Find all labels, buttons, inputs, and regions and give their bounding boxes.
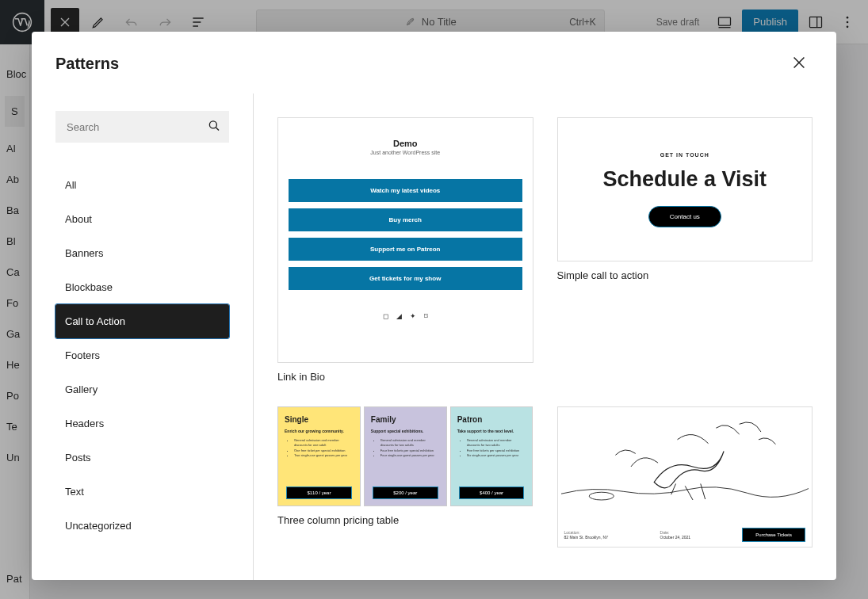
category-gallery[interactable]: Gallery (55, 372, 229, 406)
preview-social-icons: ◻ ◢ ✦ ⌑ (383, 312, 428, 320)
modal-close-button[interactable] (786, 49, 813, 78)
preview-site-title: Demo (393, 139, 418, 148)
preview-button: Buy merch (289, 208, 522, 231)
svg-point-7 (589, 492, 614, 500)
category-uncategorized[interactable]: Uncategorized (55, 509, 229, 543)
preview-eyebrow: GET IN TOUCH (660, 152, 709, 158)
category-list: All About Banners Blockbase Call to Acti… (55, 168, 229, 543)
modal-title: Patterns (55, 55, 119, 73)
pattern-label: Simple call to action (557, 269, 813, 281)
pattern-preview: Demo Just another WordPress site Watch m… (277, 117, 533, 363)
category-text[interactable]: Text (55, 475, 229, 509)
category-posts[interactable]: Posts (55, 441, 229, 475)
pricing-col-family: Family Support special exhibitions. Gene… (364, 406, 447, 506)
preview-button: Support me on Patreon (289, 238, 522, 261)
preview-sketch-image (561, 410, 809, 523)
preview-button: Watch my latest videos (289, 179, 522, 202)
pattern-label: Link in Bio (277, 371, 533, 383)
close-icon (790, 54, 808, 71)
category-banners[interactable]: Banners (55, 236, 229, 270)
category-about[interactable]: About (55, 202, 229, 236)
pattern-card-event[interactable]: Location: 82 Main St. Brooklyn, NY Date:… (557, 406, 813, 547)
modal-header: Patterns (32, 32, 836, 93)
preview-button: Contact us (648, 206, 721, 227)
bandcamp-icon: ◢ (396, 312, 402, 320)
twitter-icon: ✦ (410, 312, 416, 320)
category-footers[interactable]: Footers (55, 338, 229, 372)
pattern-label: Three column pricing table (277, 514, 533, 526)
preview-headline: Schedule a Visit (602, 167, 767, 192)
pattern-preview: GET IN TOUCH Schedule a Visit Contact us (557, 117, 813, 261)
preview-button: Get tickets for my show (289, 267, 522, 290)
pattern-card-simple-cta[interactable]: GET IN TOUCH Schedule a Visit Contact us… (557, 117, 813, 281)
patterns-modal: Patterns All About Banners Blockbase Cal… (32, 32, 836, 580)
preview-info-row: Location: 82 Main St. Brooklyn, NY Date:… (561, 523, 809, 544)
category-call-to-action[interactable]: Call to Action (55, 304, 229, 338)
modal-sidebar: All About Banners Blockbase Call to Acti… (32, 93, 254, 580)
modal-body: All About Banners Blockbase Call to Acti… (32, 93, 836, 580)
pricing-col-single: Single Enrich our growing community. Gen… (277, 406, 361, 506)
pattern-card-link-in-bio[interactable]: Demo Just another WordPress site Watch m… (277, 117, 533, 383)
instagram-icon: ◻ (383, 312, 388, 320)
category-headers[interactable]: Headers (55, 406, 229, 441)
category-blockbase[interactable]: Blockbase (55, 270, 229, 304)
twitch-icon: ⌑ (424, 312, 428, 320)
pattern-grid-area: Demo Just another WordPress site Watch m… (254, 93, 836, 580)
pattern-preview: Single Enrich our growing community. Gen… (277, 406, 533, 506)
pattern-search-input[interactable] (55, 111, 229, 143)
pattern-search-wrap (55, 111, 229, 143)
preview-tagline: Just another WordPress site (370, 150, 440, 155)
pattern-preview: Location: 82 Main St. Brooklyn, NY Date:… (557, 406, 813, 547)
pricing-col-patron: Patron Take support to the next level. G… (450, 406, 533, 506)
pattern-card-pricing[interactable]: Single Enrich our growing community. Gen… (277, 406, 533, 526)
category-all[interactable]: All (55, 168, 229, 202)
preview-button: Purchase Tickets (742, 528, 805, 542)
